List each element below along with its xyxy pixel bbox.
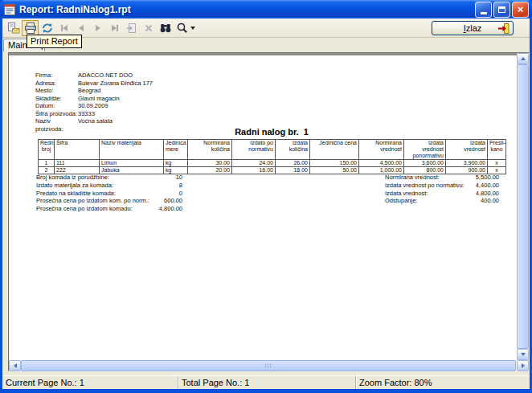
info-row: Firma:ADACCO.NET DOO <box>35 72 153 80</box>
report-panel: Firma:ADACCO.NET DOO Adresa:Bulevar Zora… <box>8 52 529 371</box>
report-page: Firma:ADACCO.NET DOO Adresa:Bulevar Zora… <box>9 55 517 360</box>
app-icon <box>3 3 16 16</box>
next-page-button[interactable] <box>89 20 106 36</box>
column-header: Jedinična cena <box>310 140 359 160</box>
previous-page-icon <box>75 22 88 35</box>
scroll-down-button[interactable] <box>517 349 529 360</box>
status-zoom-factor: Zoom Factor: 80% <box>356 376 530 389</box>
close-icon: × <box>518 4 524 14</box>
exit-button-label: Izlaz <box>464 23 482 33</box>
print-report-icon <box>24 22 37 35</box>
column-header: Izdato po normativu <box>232 140 276 160</box>
last-page-button[interactable] <box>106 20 123 36</box>
info-row: Skladište:Glavni magacin <box>35 95 153 103</box>
close-current-view-button[interactable] <box>140 20 157 36</box>
arrow-up-icon <box>521 57 526 60</box>
close-current-view-icon <box>142 22 155 35</box>
summary-row: Izdato materijala za komada:8 <box>36 182 182 190</box>
info-row: Datum:30.09.2009 <box>35 102 153 110</box>
goto-page-icon <box>125 22 138 35</box>
materials-table: Redni broj Šifra Naziv materijala Jedini… <box>38 139 506 174</box>
arrow-down-icon <box>521 353 526 356</box>
info-row: Adresa:Bulevar Zorana Đinđića 177 <box>35 80 153 88</box>
horizontal-scrollbar-thumb[interactable] <box>21 360 516 371</box>
report-info-block: Firma:ADACCO.NET DOO Adresa:Bulevar Zora… <box>35 72 153 133</box>
refresh-icon <box>41 22 54 35</box>
zoom-icon <box>176 22 189 35</box>
column-header: Normirana količina <box>188 140 232 160</box>
report-title: Radni nalog br. 1 <box>38 127 505 137</box>
app-body: Izlaz Main Report Firma:ADACCO.NET DOO A… <box>2 18 530 389</box>
find-text-icon <box>159 22 172 35</box>
status-bar: Current Page No.: 1 Total Page No.: 1 Zo… <box>2 375 530 389</box>
window-title: Report: RadniNalog1.rpt <box>19 4 473 15</box>
summary-row: Normirana vrednost:5,500.00 <box>385 174 499 182</box>
exit-door-icon <box>497 23 509 34</box>
column-header: Presli-kano <box>488 140 506 160</box>
goto-page-button[interactable] <box>123 20 140 36</box>
horizontal-scrollbar[interactable] <box>9 360 529 371</box>
summary-row: Broj komada iz porudžbine:10 <box>36 174 182 182</box>
zoom-button[interactable] <box>174 20 198 36</box>
summary-right-block: Normirana vrednost:5,500.00 Izdata vredn… <box>385 174 499 205</box>
table-row: 1 111 Limun kg 30.00 24.00 26.00 150.00 … <box>39 160 506 167</box>
titlebar: Report: RadniNalog1.rpt × <box>0 0 532 18</box>
first-page-icon <box>58 22 71 35</box>
close-button[interactable]: × <box>512 2 529 18</box>
summary-row: Izdata vrednost:4,800.00 <box>385 190 499 198</box>
scroll-right-button[interactable] <box>517 360 529 371</box>
summary-left-block: Broj komada iz porudžbine:10 Izdato mate… <box>36 174 182 213</box>
print-report-button[interactable] <box>22 20 39 36</box>
maximize-icon <box>498 6 505 13</box>
summary-row: Izdata vrednost po normativu:4,400.00 <box>385 182 499 190</box>
summary-row: Prosečna cena po izdatom kom. po norm.:6… <box>36 197 182 205</box>
refresh-button[interactable] <box>39 20 55 36</box>
table-header-row: Redni broj Šifra Naziv materijala Jedini… <box>39 140 506 160</box>
info-row: Mesto:Beograd <box>35 87 153 95</box>
first-page-button[interactable] <box>55 20 72 36</box>
arrow-right-icon <box>522 363 525 368</box>
export-report-icon <box>7 22 20 35</box>
next-page-icon <box>92 22 104 35</box>
arrow-left-icon <box>14 363 17 368</box>
column-header: Izdata vrednost ponormativu <box>404 140 446 160</box>
column-header: Šifra <box>55 140 100 160</box>
summary-row: Prosečna cena po izdatom komadu:4,800.00 <box>36 205 182 213</box>
scroll-left-button[interactable] <box>9 360 21 371</box>
column-header: Jedinica mere <box>164 140 188 160</box>
maximize-button[interactable] <box>493 2 510 18</box>
previous-page-button[interactable] <box>72 20 89 36</box>
minimize-icon <box>481 12 487 14</box>
report-viewer-window: Report: RadniNalog1.rpt × <box>0 0 532 393</box>
column-header: Izdata količina <box>276 140 310 160</box>
info-row: Šifra proizvoda:33333 <box>35 110 153 118</box>
status-total-page: Total Page No.: 1 <box>178 376 356 389</box>
vertical-scrollbar-thumb[interactable] <box>517 64 529 349</box>
zoom-dropdown-arrow-icon <box>190 27 195 30</box>
column-header: Normirana vrednost <box>359 140 404 160</box>
vertical-scrollbar[interactable] <box>517 53 529 360</box>
last-page-icon <box>108 22 121 35</box>
summary-row: Predato na skladište komada:0 <box>36 190 182 198</box>
status-current-page: Current Page No.: 1 <box>2 376 178 389</box>
column-header: Redni broj <box>39 140 55 160</box>
find-text-button[interactable] <box>157 20 174 36</box>
column-header: Izdata vrednost <box>446 140 488 160</box>
column-header: Naziv materijala <box>100 140 164 160</box>
report-viewer-area: Firma:ADACCO.NET DOO Adresa:Bulevar Zora… <box>2 51 530 371</box>
scroll-up-button[interactable] <box>517 53 529 64</box>
export-report-button[interactable] <box>5 20 22 36</box>
exit-button[interactable]: Izlaz <box>432 21 514 35</box>
tooltip-print-report: Print Report <box>27 35 82 48</box>
summary-row: Odstupanje:400.00 <box>385 197 499 205</box>
minimize-button[interactable] <box>475 2 492 18</box>
